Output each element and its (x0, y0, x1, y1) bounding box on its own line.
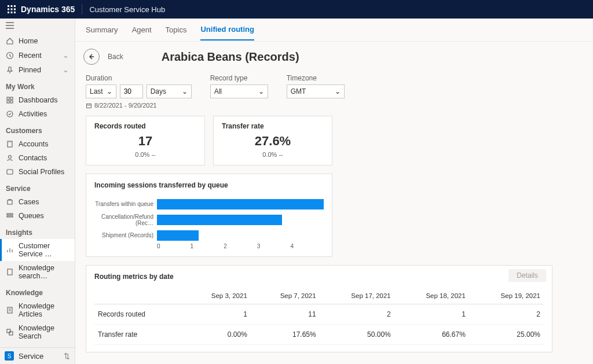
table-cell: 25.00% (469, 325, 544, 345)
filter-label-timezone: Timezone (287, 74, 345, 82)
sidebar-cases[interactable]: Cases (0, 195, 75, 209)
chart-sessions-by-queue: Incoming sessions transferred by queue T… (86, 174, 332, 257)
svg-rect-2 (14, 5, 16, 7)
sidebar-knowledge-search-insights[interactable]: Knowledge search… (0, 261, 75, 283)
sidebar-recent[interactable]: Recent⌄ (0, 48, 75, 62)
dashboard-icon (6, 96, 14, 104)
chevron-down-icon: ⌄ (182, 87, 188, 95)
table-cell: 11 (251, 304, 320, 325)
recordtype-select[interactable]: All⌄ (210, 84, 268, 98)
sidebar-knowledge-search[interactable]: Knowledge Search (0, 321, 75, 343)
app-subtitle[interactable]: Customer Service Hub (89, 5, 165, 14)
person-icon (6, 154, 14, 162)
svg-rect-0 (8, 5, 9, 7)
card-value: 17 (94, 134, 196, 149)
bar-label: Transfers within queue (94, 201, 157, 207)
svg-rect-8 (14, 12, 16, 13)
table-row: Records routed111212 (94, 304, 544, 325)
table-routing-metrics: Details Routing metrics by date Sep 3, 2… (86, 265, 552, 352)
svg-rect-18 (8, 141, 12, 147)
svg-rect-23 (7, 214, 13, 215)
sidebar-label: Dashboards (19, 96, 57, 104)
area-badge: S (5, 351, 14, 361)
sidebar-cs-insights[interactable]: Customer Service … (0, 239, 75, 261)
sidebar-pinned[interactable]: Pinned⌄ (0, 62, 75, 77)
waffle-icon[interactable] (5, 2, 19, 16)
main: Summary Agent Topics Unified routing Bac… (75, 19, 593, 364)
sidebar-label: Customer Service … (19, 242, 69, 258)
sidebar-contacts[interactable]: Contacts (0, 151, 75, 165)
building-icon (6, 140, 14, 148)
nav-section-customers: Customers (0, 121, 75, 137)
case-icon (6, 198, 14, 206)
details-button[interactable]: Details (508, 269, 546, 282)
duration-period-select[interactable]: Last⌄ (86, 84, 116, 98)
bar-fill (157, 199, 324, 209)
filter-label-recordtype: Record type (210, 74, 268, 82)
brand-label[interactable]: Dynamics 365 (21, 5, 75, 14)
chart-icon (6, 246, 14, 254)
date-range: 8/22/2021 - 9/20/2021 (86, 102, 552, 109)
table-cell: 2 (469, 304, 544, 325)
tab-summary[interactable]: Summary (86, 20, 118, 40)
card-transfer-rate: Transfer rate 27.6% 0.0% -- (213, 116, 332, 166)
card-title: Records routed (94, 122, 196, 130)
sidebar-activities[interactable]: Activities (0, 107, 75, 121)
chevron-down-icon: ⌄ (258, 87, 264, 95)
page-header: Back Arabica Beans (Records) (86, 49, 552, 65)
chevron-down-icon: ⌄ (335, 87, 341, 95)
table-header: Sep 19, 2021 (469, 288, 544, 304)
svg-rect-32 (7, 329, 10, 333)
sidebar-knowledge-articles[interactable]: Knowledge Articles (0, 299, 75, 321)
sidebar-label: Contacts (19, 154, 47, 162)
sidebar-home[interactable]: Home (0, 34, 75, 48)
home-icon (6, 37, 14, 45)
nav-section-mywork: My Work (0, 77, 75, 93)
back-label[interactable]: Back (108, 53, 123, 61)
hamburger-icon[interactable] (0, 19, 75, 34)
bar-fill (157, 230, 199, 241)
chevron-down-icon: ⌄ (63, 65, 69, 74)
back-button[interactable] (83, 49, 100, 65)
sidebar-queues[interactable]: Queues (0, 209, 75, 223)
svg-rect-34 (87, 104, 91, 108)
table-title: Routing metrics by date (94, 273, 544, 281)
nav-section-assets: Customer Assets (0, 343, 75, 347)
area-label: Service (19, 352, 43, 361)
table-header: Sep 17, 2021 (320, 288, 394, 304)
row-label: Records routed (94, 304, 182, 325)
svg-rect-24 (7, 216, 13, 217)
tab-unified-routing[interactable]: Unified routing (200, 19, 254, 41)
chevron-down-icon: ⌄ (63, 51, 69, 60)
sidebar: Home Recent⌄ Pinned⌄ My Work Dashboards … (0, 19, 75, 364)
card-records-routed: Records routed 17 0.0% -- (86, 116, 205, 166)
duration-value-input[interactable] (120, 84, 143, 98)
svg-rect-3 (8, 9, 9, 10)
topbar: Dynamics 365 Customer Service Hub (0, 0, 593, 19)
sidebar-accounts[interactable]: Accounts (0, 137, 75, 151)
tab-agent[interactable]: Agent (132, 20, 152, 40)
sidebar-social[interactable]: Social Profiles (0, 165, 75, 179)
table-header: Sep 18, 2021 (394, 288, 469, 304)
area-picker[interactable]: S Service ⇅ (0, 347, 75, 364)
chevron-down-icon: ⌄ (107, 87, 112, 95)
svg-rect-16 (10, 101, 13, 103)
chart-bar: Shipment (Records) (94, 227, 324, 243)
svg-rect-28 (8, 269, 12, 275)
pin-icon (6, 66, 14, 74)
chart-bar: Cancellation/Refund (Rec… (94, 212, 324, 227)
nav-section-insights: Insights (0, 223, 75, 239)
table-row: Transfer rate0.00%17.65%50.00%66.67%25.0… (94, 325, 544, 345)
timezone-select[interactable]: GMT⌄ (287, 84, 345, 98)
queue-icon (6, 212, 14, 220)
duration-unit-select[interactable]: Days⌄ (147, 84, 192, 98)
chevron-updown-icon: ⇅ (64, 352, 70, 361)
svg-rect-29 (8, 307, 12, 313)
tab-topics[interactable]: Topics (166, 20, 187, 40)
nav-section-knowledge: Knowledge (0, 283, 75, 299)
table-cell: 50.00% (320, 325, 394, 345)
table-cell: 2 (320, 304, 394, 325)
svg-rect-6 (8, 12, 9, 13)
svg-rect-7 (11, 12, 13, 13)
sidebar-dashboards[interactable]: Dashboards (0, 93, 75, 107)
